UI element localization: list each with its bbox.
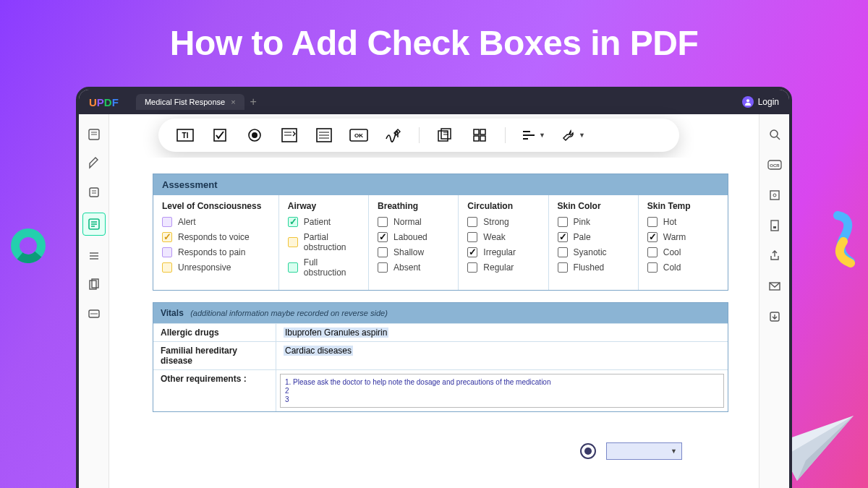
svg-point-23 — [770, 130, 778, 137]
checkbox-responds-voice[interactable] — [162, 232, 172, 242]
add-tab-button[interactable]: + — [250, 95, 257, 108]
login-label: Login — [758, 97, 779, 107]
checkbox-hot[interactable] — [647, 217, 658, 227]
checkbox-alert[interactable] — [162, 217, 172, 227]
button-tool[interactable]: OK — [349, 126, 368, 145]
svg-rect-54 — [480, 136, 485, 141]
login-button[interactable]: Login — [742, 96, 779, 108]
svg-rect-29 — [771, 221, 778, 231]
tools-menu[interactable]: ▼ — [561, 126, 585, 145]
comment-tool-icon[interactable] — [85, 155, 103, 172]
checkbox-shallow[interactable] — [378, 247, 388, 257]
align-tool[interactable]: ▼ — [522, 126, 545, 145]
checkbox-cool[interactable] — [647, 247, 658, 257]
checkbox-weak[interactable] — [467, 232, 477, 242]
organize-tool-icon[interactable] — [85, 247, 103, 265]
checkbox-regular[interactable] — [467, 262, 477, 273]
svg-rect-51 — [474, 129, 479, 134]
document-tab[interactable]: Medical Fist Response × — [136, 94, 244, 110]
checkbox-patient[interactable] — [288, 217, 298, 227]
crop-icon[interactable] — [766, 187, 783, 204]
duplicate-tool[interactable] — [435, 126, 454, 145]
protect-icon[interactable] — [766, 217, 783, 234]
form-tool-icon[interactable] — [82, 213, 106, 236]
dropdown-sample[interactable]: ▼ — [606, 442, 682, 460]
updf-logo: UPDF — [89, 96, 119, 108]
export-icon[interactable] — [766, 308, 783, 325]
other-req-field[interactable]: 1. Please ask the doctor to help note th… — [280, 374, 724, 408]
reader-tool-icon[interactable] — [85, 126, 103, 143]
svg-text:TI: TI — [182, 132, 189, 140]
vitals-subtitle: (additional information maybe recorded o… — [190, 309, 388, 317]
checkbox-warm[interactable] — [647, 232, 658, 242]
deco-worm — [823, 210, 861, 267]
assessment-title: Assessment — [153, 174, 728, 195]
search-icon[interactable] — [766, 126, 783, 143]
checkbox-full-obstruction[interactable] — [288, 262, 298, 273]
familial-value[interactable]: Cardiac diseases — [284, 346, 353, 356]
share-icon[interactable] — [766, 247, 783, 265]
avatar-icon — [742, 96, 754, 108]
tab-label: Medical Fist Response — [145, 98, 225, 106]
email-icon[interactable] — [766, 278, 783, 295]
svg-marker-3 — [784, 416, 854, 481]
page-title: How to Add Check Boxes in PDF — [0, 0, 868, 63]
svg-rect-27 — [770, 191, 779, 200]
allergic-label: Allergic drugs — [153, 324, 276, 341]
checkbox-pale[interactable] — [558, 232, 568, 242]
checkbox-responds-pain[interactable] — [162, 247, 172, 257]
chevron-down-icon: ▼ — [539, 132, 545, 139]
checkbox-unresponsive[interactable] — [162, 262, 172, 273]
svg-point-37 — [252, 132, 258, 138]
svg-rect-9 — [90, 188, 98, 197]
familial-label: Familial hereditary disease — [153, 342, 276, 369]
svg-text:OK: OK — [354, 132, 363, 139]
checkbox-absent[interactable] — [378, 262, 388, 273]
toolbar-separator — [419, 127, 420, 143]
document-canvas: Assessment Level of Consciousness Alert … — [121, 158, 747, 479]
checkbox-strong[interactable] — [467, 217, 477, 227]
checkbox-normal[interactable] — [378, 217, 388, 227]
checkbox-irregular[interactable] — [467, 247, 477, 257]
text-field-tool[interactable]: TI — [176, 126, 195, 145]
checkbox-cold[interactable] — [647, 262, 658, 273]
checkbox-pink[interactable] — [558, 217, 568, 227]
titlebar: UPDF Medical Fist Response × + Login — [79, 90, 789, 114]
form-toolbar: TI OK ▼ ▼ — [158, 119, 679, 152]
radio-tool[interactable] — [245, 126, 264, 145]
column-header: Breathing — [378, 201, 449, 211]
column-header: Skin Temp — [647, 201, 719, 211]
radio-sample[interactable] — [580, 443, 596, 459]
column-header: Skin Color — [558, 201, 629, 211]
right-sidebar: OCR — [759, 114, 789, 488]
other-req-label: Other requirements : — [153, 370, 276, 411]
ocr-icon[interactable]: OCR — [766, 156, 783, 174]
svg-line-24 — [777, 137, 780, 140]
svg-rect-48 — [441, 129, 451, 139]
allergic-value[interactable]: Ibuprofen Granules aspirin — [284, 328, 388, 338]
dropdown-tool[interactable] — [280, 126, 299, 145]
pages-tool-icon[interactable] — [85, 276, 103, 294]
signature-tool[interactable] — [384, 126, 403, 145]
checkbox-laboued[interactable] — [378, 232, 388, 242]
svg-rect-53 — [474, 136, 479, 141]
redact-tool-icon[interactable] — [85, 305, 103, 322]
checkbox-partial-obstruction[interactable] — [288, 237, 298, 247]
close-tab-icon[interactable]: × — [231, 98, 235, 106]
svg-text:OCR: OCR — [770, 163, 780, 168]
toolbar-separator — [505, 127, 506, 143]
svg-point-5 — [746, 99, 749, 102]
checkbox-tool[interactable] — [210, 126, 229, 145]
grid-tool[interactable] — [470, 126, 489, 145]
chevron-down-icon: ▼ — [671, 448, 677, 455]
column-header: Circulation — [467, 201, 539, 211]
svg-rect-52 — [480, 129, 485, 134]
svg-rect-30 — [773, 226, 776, 228]
checkbox-syanotic[interactable] — [558, 247, 568, 257]
edit-tool-icon[interactable] — [85, 184, 103, 201]
checkbox-flushed[interactable] — [558, 262, 568, 273]
deco-ring — [11, 228, 46, 263]
app-window: UPDF Medical Fist Response × + Login OCR — [76, 87, 792, 488]
vitals-title: Vitals — [161, 308, 184, 318]
listbox-tool[interactable] — [315, 126, 333, 145]
